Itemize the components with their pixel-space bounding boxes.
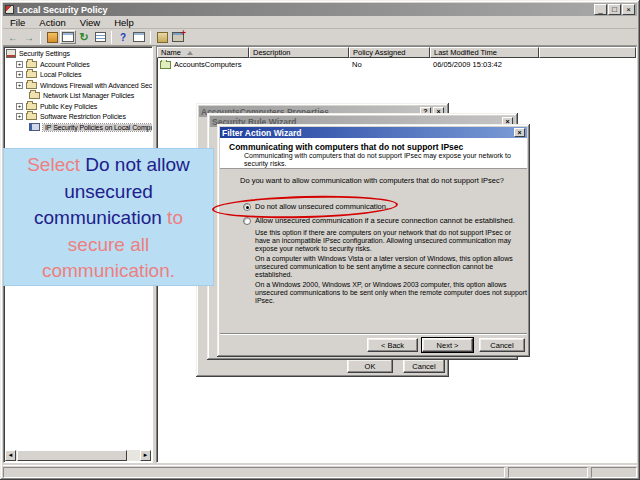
title-bar: Local Security Policy _ □ × — [3, 3, 637, 16]
back-icon[interactable]: ← — [5, 30, 21, 44]
column-header-filler — [539, 47, 636, 58]
tree-item-public-key-policies[interactable]: + Public Key Policies — [16, 101, 97, 111]
scroll-right-icon[interactable]: ► — [140, 450, 151, 461]
column-header-policy-assigned[interactable]: Policy Assigned — [349, 47, 430, 58]
menu-action[interactable]: Action — [32, 17, 72, 28]
policy-icon — [160, 61, 171, 69]
refresh-icon[interactable]: ↻ — [76, 30, 92, 44]
menu-bar: File Action View Help — [3, 16, 637, 29]
local-security-policy-window: Local Security Policy _ □ × File Action … — [0, 0, 640, 480]
list-header: Name Description Policy Assigned Last Mo… — [157, 47, 636, 58]
status-segment — [591, 467, 637, 478]
toolbar-separator — [111, 31, 112, 44]
toolbar: ← → ↻ ? — [3, 29, 637, 46]
wizard-paragraph-2: On a computer with Windows Vista or a la… — [255, 255, 527, 279]
tree-item-network-list-manager[interactable]: Network List Manager Policies — [29, 90, 134, 100]
toolbar-separator — [40, 31, 41, 44]
menu-file[interactable]: File — [3, 17, 32, 28]
ok-button[interactable]: OK — [347, 359, 393, 373]
expand-icon[interactable]: + — [16, 113, 23, 120]
folder-icon — [29, 92, 40, 99]
policy-row-accountscomputers[interactable]: AccountsComputers No 06/05/2009 15:03:42 — [157, 59, 636, 70]
app-icon — [5, 5, 14, 14]
expand-icon[interactable]: + — [16, 82, 23, 89]
window-title: Local Security Policy — [17, 5, 593, 15]
tree-item-ip-security-policies[interactable]: IP Security Policies on Local Computer — [29, 122, 153, 132]
folder-icon — [26, 61, 37, 68]
column-header-last-modified[interactable]: Last Modified Time — [430, 47, 539, 58]
export-list-icon[interactable] — [92, 30, 108, 44]
filter-action-wizard-dialog: Filter Action Wizard × Communicating wit… — [217, 124, 530, 357]
cancel-button[interactable]: Cancel — [479, 338, 525, 352]
folder-icon — [26, 71, 37, 78]
document-icon[interactable] — [44, 30, 60, 44]
status-bar — [3, 465, 637, 478]
tree-item-windows-firewall[interactable]: + Windows Firewall with Advanced Securit… — [16, 80, 153, 90]
wizard-subheading: Communicating with computers that do not… — [244, 152, 512, 168]
radio-unselected-icon[interactable] — [243, 217, 251, 225]
expand-icon[interactable]: + — [16, 61, 23, 68]
annotation-text-pink: Select — [27, 154, 85, 175]
expand-icon[interactable]: + — [16, 71, 23, 78]
ipsec-icon — [29, 123, 40, 131]
tree-horizontal-scrollbar[interactable]: ◄ ► — [5, 450, 151, 461]
folder-icon — [26, 113, 37, 120]
menu-help[interactable]: Help — [107, 17, 141, 28]
tree-item-account-policies[interactable]: + Account Policies — [16, 59, 90, 69]
policy-notebook-icon[interactable] — [154, 30, 170, 44]
folder-icon — [26, 82, 37, 89]
status-segment — [508, 467, 588, 478]
wizard-question: Do you want to allow communication with … — [240, 176, 530, 185]
filter-wizard-title-bar: Filter Action Wizard × — [220, 127, 527, 138]
status-segment — [3, 467, 505, 478]
tree-item-security-settings[interactable]: Security Settings — [6, 48, 70, 58]
add-computer-icon[interactable] — [170, 30, 186, 44]
toolbar-separator — [150, 31, 151, 44]
button-separator — [220, 333, 527, 335]
close-button[interactable]: × — [622, 4, 635, 15]
expand-icon[interactable]: + — [16, 103, 23, 110]
restore-button[interactable]: □ — [608, 4, 621, 15]
filter-wizard-title: Filter Action Wizard — [222, 128, 512, 138]
forward-icon[interactable]: → — [21, 30, 37, 44]
console-tree-icon[interactable] — [60, 30, 76, 44]
folder-icon — [26, 103, 37, 110]
wizard-header: Communicating with computers that do not… — [220, 138, 527, 169]
window-pane-icon[interactable] — [131, 30, 147, 44]
minimize-button[interactable]: _ — [594, 4, 607, 15]
wizard-paragraph-1: Use this option if there are computers o… — [255, 229, 527, 253]
security-settings-icon — [6, 49, 16, 58]
column-header-name[interactable]: Name — [157, 47, 249, 58]
close-icon[interactable]: × — [514, 128, 525, 137]
tree-item-local-policies[interactable]: + Local Policies — [16, 69, 81, 79]
back-button[interactable]: < Back — [367, 338, 418, 352]
cancel-button[interactable]: Cancel — [403, 359, 445, 373]
next-button[interactable]: Next > — [422, 338, 473, 352]
wizard-heading: Communicating with computers that do not… — [229, 142, 463, 152]
sort-ascending-icon — [187, 51, 193, 55]
wizard-paragraph-3: On a Windows 2000, Windows XP, or Window… — [255, 281, 527, 305]
help-icon[interactable]: ? — [115, 30, 131, 44]
menu-view[interactable]: View — [73, 17, 107, 28]
annotation-callout: Select Do not allow unsecured communicat… — [3, 148, 214, 286]
column-header-description[interactable]: Description — [249, 47, 349, 58]
scrollbar-thumb[interactable] — [17, 450, 127, 461]
scroll-left-icon[interactable]: ◄ — [5, 450, 16, 461]
tree-item-software-restriction[interactable]: + Software Restriction Policies — [16, 111, 126, 121]
